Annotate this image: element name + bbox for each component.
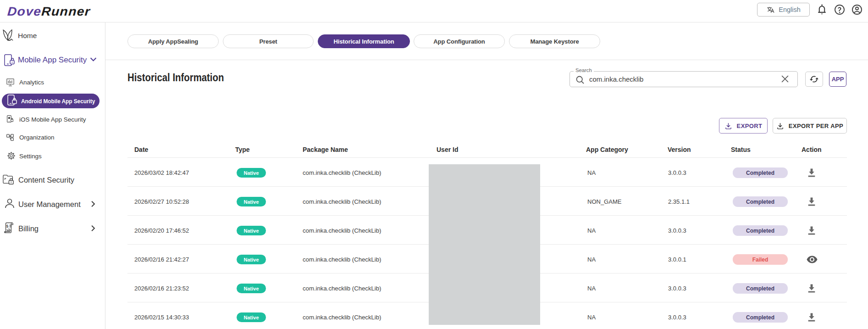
svg-text:$: $ <box>6 224 9 229</box>
